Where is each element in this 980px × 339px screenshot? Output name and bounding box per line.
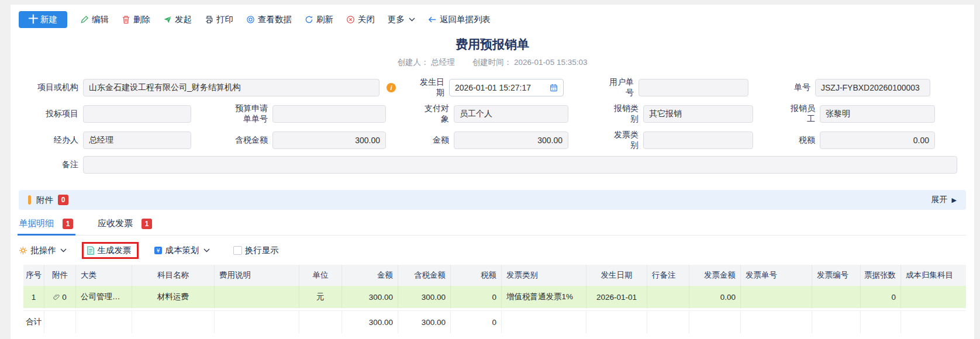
invoice-doc-icon: [87, 246, 95, 255]
total-cell-16: [901, 311, 966, 333]
form-row-2: 投标项目 预算申请单单号 支付对象 员工个人 报销类别 其它报销 报销员工 张黎…: [19, 103, 966, 124]
pay-target-label: 支付对象: [419, 103, 454, 124]
amount-field: 300.00: [454, 132, 568, 149]
cell-0-8[interactable]: 0: [451, 286, 502, 308]
col-header-7: 含税金额: [398, 265, 451, 286]
back-arrow-icon: [428, 16, 437, 23]
invoice-type-field: [643, 132, 753, 149]
created-time-text: 创建时间： 2026-01-05 15:35:03: [472, 57, 588, 68]
reimb-emp-label: 报销员工: [785, 103, 820, 124]
cell-0-13[interactable]: [741, 286, 812, 308]
col-header-15: 票据张数: [861, 265, 901, 286]
col-header-5: 单位: [299, 265, 342, 286]
handler-field: 总经理: [83, 132, 191, 149]
total-cell-11: [647, 311, 689, 333]
detail-table: 序号附件大类科目名称费用说明单位金额含税金额税额发票类别发生日期行备注发票金额发…: [23, 265, 966, 333]
delete-button[interactable]: 删除: [122, 14, 150, 25]
more-button[interactable]: 更多: [388, 14, 415, 25]
calendar-icon[interactable]: [550, 84, 558, 92]
occur-date-label: 发生日期: [414, 77, 449, 98]
grid-toolbar: 批操作 生成发票 ¥ 成本策划 换行显示: [19, 242, 966, 259]
tax-incl-field: 300.00: [272, 132, 386, 149]
batch-operation-button[interactable]: 批操作: [19, 245, 67, 256]
page-card: 十新建 编辑 删除 发起 打印 查看数据 刷新 关闭: [11, 5, 974, 339]
tax-field: 0.00: [820, 132, 935, 149]
expand-button[interactable]: 展开 ▶: [931, 195, 957, 205]
cell-0-0[interactable]: 1: [23, 286, 44, 308]
attachment-count-badge: 0: [58, 195, 68, 205]
cell-0-16[interactable]: [901, 286, 966, 308]
svg-text:¥: ¥: [156, 247, 160, 254]
cell-0-1[interactable]: 0: [44, 286, 76, 308]
chevron-down-icon: [60, 248, 67, 252]
total-cell-2: [76, 311, 132, 333]
cell-0-6[interactable]: 300.00: [342, 286, 398, 308]
cell-0-12[interactable]: 0.00: [689, 286, 741, 308]
chevron-down-icon: [409, 18, 415, 22]
project-label: 项目或机构: [19, 82, 83, 93]
print-button[interactable]: 打印: [205, 14, 233, 25]
initiate-button[interactable]: 发起: [163, 14, 192, 25]
col-header-9: 发票类别: [502, 265, 586, 286]
generate-invoice-button[interactable]: 生成发票: [87, 245, 132, 256]
paperclip-icon: [53, 293, 60, 300]
tab-document-detail[interactable]: 单据明细 1: [19, 218, 73, 229]
wrap-display-checkbox[interactable]: [233, 246, 242, 255]
top-toolbar: 十新建 编辑 删除 发起 打印 查看数据 刷新 关闭: [19, 11, 966, 28]
total-cell-9: [502, 311, 586, 333]
tab-badge: 1: [142, 219, 152, 229]
pay-target-field: 员工个人: [454, 105, 568, 123]
total-cell-14: [812, 311, 861, 333]
table-header-row: 序号附件大类科目名称费用说明单位金额含税金额税额发票类别发生日期行备注发票金额发…: [23, 265, 966, 286]
budget-no-label: 预算申请单单号: [235, 103, 272, 124]
cell-0-3[interactable]: 材料运费: [132, 286, 215, 308]
tab-receivable-invoice[interactable]: 应收发票 1: [98, 218, 152, 229]
wrap-display-toggle[interactable]: 换行显示: [233, 245, 279, 256]
printer-icon: [205, 15, 213, 24]
chevron-down-icon: [203, 248, 210, 252]
total-cell-10: [586, 311, 647, 333]
col-header-16: 成本归集科目: [901, 265, 966, 286]
back-to-list-button[interactable]: 返回单据列表: [428, 14, 491, 25]
table-body: 10公司管理…材料运费元300.00300.000增值税普通发票1%2026-0…: [23, 286, 966, 308]
info-icon[interactable]: i: [387, 83, 396, 92]
cell-0-10[interactable]: 2026-01-01: [586, 286, 647, 308]
cell-0-9[interactable]: 增值税普通发票1%: [502, 286, 586, 308]
expand-triangle-icon: ▶: [952, 196, 957, 204]
cell-0-5[interactable]: 元: [299, 286, 342, 308]
cost-plan-icon: ¥: [154, 246, 163, 255]
user-no-label: 用户单号: [603, 77, 639, 98]
cell-0-4[interactable]: [215, 286, 299, 308]
budget-no-field: [272, 105, 386, 123]
total-cell-0: 合计: [23, 311, 44, 333]
doc-no-label: 单号: [780, 82, 815, 93]
reimb-emp-field: 张黎明: [820, 105, 935, 123]
cost-plan-button[interactable]: ¥ 成本策划: [154, 245, 210, 256]
cell-0-14[interactable]: [812, 286, 861, 308]
cell-0-2[interactable]: 公司管理…: [76, 286, 132, 308]
doc-no-field: JSZJ-FYBXD20260100003: [815, 79, 930, 96]
col-header-13: 发票单号: [741, 265, 812, 286]
remark-field: [83, 156, 957, 174]
new-button[interactable]: 十新建: [19, 11, 67, 28]
occur-date-field[interactable]: 2026-01-01 15:27:17: [449, 79, 564, 96]
edit-button[interactable]: 编辑: [80, 14, 109, 25]
form-row-1: 项目或机构 山东金石建设工程有限公司_财务结算机构 i 发生日期 2026-01…: [19, 77, 966, 98]
reimb-type-field: 其它报销: [643, 105, 753, 123]
cell-0-11[interactable]: [647, 286, 689, 308]
close-button[interactable]: 关闭: [346, 14, 375, 25]
attachment-bar: 附件 0 展开 ▶: [19, 190, 966, 210]
cell-0-15[interactable]: 0: [861, 286, 901, 308]
trash-icon: [122, 15, 130, 24]
total-cell-12: [689, 311, 741, 333]
table-row[interactable]: 10公司管理…材料运费元300.00300.000增值税普通发票1%2026-0…: [23, 286, 966, 308]
col-header-11: 行备注: [647, 265, 689, 286]
tab-badge: 1: [63, 219, 73, 229]
view-data-button[interactable]: 查看数据: [246, 14, 292, 25]
invoice-type-label: 发票类别: [608, 130, 643, 150]
refresh-button[interactable]: 刷新: [305, 14, 333, 25]
reimb-type-label: 报销类别: [608, 103, 643, 124]
cell-0-7[interactable]: 300.00: [398, 286, 451, 308]
total-cell-7: 300.00: [398, 311, 451, 333]
total-cell-4: [215, 311, 299, 333]
